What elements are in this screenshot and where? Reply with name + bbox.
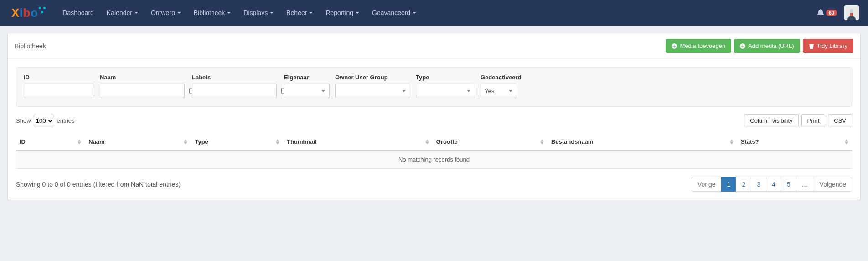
nav-item-ontwerp[interactable]: Ontwerp	[145, 0, 187, 26]
page-2[interactable]: 2	[736, 177, 751, 192]
filter-retired-label: Gedeactiveerd	[480, 74, 517, 81]
filter-bar: ID Naam Labels	[16, 67, 852, 107]
column-header[interactable]: Stats?	[737, 134, 852, 150]
page-3[interactable]: 3	[751, 177, 766, 192]
library-table: IDNaamTypeThumbnailGrootteBestandsnaamSt…	[16, 134, 852, 169]
sort-icon	[425, 139, 429, 144]
column-header[interactable]: ID	[16, 134, 85, 150]
filter-ownergroup-select[interactable]	[335, 84, 410, 98]
column-header-label: Stats?	[741, 138, 759, 145]
add-media-label: Media toevoegen	[680, 42, 725, 49]
csv-button[interactable]: CSV	[828, 114, 852, 127]
column-header-label: Naam	[88, 138, 104, 145]
page-title: Bibliotheek	[15, 42, 46, 50]
bell-icon	[817, 9, 824, 16]
page-4[interactable]: 4	[766, 177, 781, 192]
trash-icon	[809, 43, 814, 49]
caret-down-icon	[413, 12, 416, 14]
filter-type-select[interactable]	[416, 84, 475, 98]
column-header-label: ID	[20, 138, 26, 145]
filter-owner-select[interactable]	[284, 84, 330, 98]
library-panel: Bibliotheek Media toevoegen Add media (U…	[7, 33, 861, 200]
column-header-label: Grootte	[436, 138, 458, 145]
pagination: Vorige12345…Volgende	[692, 177, 852, 192]
colvis-button[interactable]: Column visibility	[744, 114, 798, 127]
logo[interactable]: Xibo	[11, 6, 47, 20]
column-header[interactable]: Naam	[85, 134, 191, 150]
add-media-button[interactable]: Media toevoegen	[666, 39, 731, 53]
caret-down-icon	[134, 12, 138, 14]
tidy-library-label: Tidy Library	[817, 42, 847, 49]
filter-name-input[interactable]	[100, 84, 185, 98]
tidy-library-button[interactable]: Tidy Library	[803, 39, 853, 53]
sort-icon	[845, 139, 848, 144]
filter-name-label: Naam	[100, 74, 186, 81]
notifications-button[interactable]: 60	[817, 9, 837, 16]
notification-count: 60	[826, 10, 837, 16]
plus-circle-icon	[672, 43, 677, 49]
caret-down-icon	[270, 12, 274, 14]
column-header[interactable]: Bestandsnaam	[548, 134, 737, 150]
page-1[interactable]: 1	[721, 177, 737, 192]
nav-item-dashboard[interactable]: Dashboard	[56, 0, 100, 26]
length-control: Show 100 entries	[16, 115, 75, 127]
nav-item-beheer[interactable]: Beheer	[280, 0, 319, 26]
sort-icon	[540, 139, 544, 144]
table-empty-message: No matching records found	[16, 150, 852, 169]
length-prefix: Show	[16, 117, 31, 124]
table-empty-row: No matching records found	[16, 150, 852, 169]
column-header[interactable]: Grootte	[433, 134, 548, 150]
navbar-nav: DashboardKalenderOntwerpBibliotheekDispl…	[56, 0, 423, 26]
print-button[interactable]: Print	[801, 114, 826, 127]
filter-id-input[interactable]	[24, 84, 94, 98]
filter-owner-label: Eigenaar	[284, 74, 330, 81]
nav-item-bibliotheek[interactable]: Bibliotheek	[187, 0, 238, 26]
caret-down-icon	[309, 12, 313, 14]
sort-icon	[730, 139, 734, 144]
length-select[interactable]: 100	[34, 115, 54, 127]
navbar: Xibo DashboardKalenderOntwerpBibliotheek…	[0, 0, 868, 26]
sort-icon	[184, 139, 187, 144]
add-media-url-button[interactable]: Add media (URL)	[734, 39, 800, 53]
caret-down-icon	[227, 12, 231, 14]
page-5[interactable]: 5	[781, 177, 796, 192]
nav-item-reporting[interactable]: Reporting	[319, 0, 366, 26]
filter-labels-input[interactable]	[192, 84, 277, 98]
add-media-url-label: Add media (URL)	[748, 42, 794, 49]
sort-icon	[78, 139, 81, 144]
filter-retired-select[interactable]	[480, 84, 517, 98]
column-header[interactable]: Type	[191, 134, 283, 150]
svg-rect-1	[850, 13, 853, 16]
page-…[interactable]: …	[796, 177, 814, 192]
column-header-label: Thumbnail	[287, 138, 317, 145]
filter-ownergroup-label: Owner User Group	[335, 74, 410, 81]
page-next[interactable]: Volgende	[814, 177, 852, 192]
page-prev[interactable]: Vorige	[692, 177, 722, 192]
filter-labels-label: Labels	[192, 74, 279, 81]
filter-type-label: Type	[416, 74, 475, 81]
caret-down-icon	[356, 12, 359, 14]
nav-item-kalender[interactable]: Kalender	[100, 0, 145, 26]
column-header-label: Bestandsnaam	[551, 138, 593, 145]
nav-item-displays[interactable]: Displays	[237, 0, 280, 26]
user-avatar[interactable]	[844, 5, 859, 20]
length-suffix: entries	[57, 117, 75, 124]
svg-point-0	[849, 9, 853, 13]
column-header-label: Type	[195, 138, 208, 145]
column-header[interactable]: Thumbnail	[283, 134, 433, 150]
plus-circle-icon	[740, 43, 745, 49]
nav-item-geavanceerd[interactable]: Geavanceerd	[366, 0, 423, 26]
sort-icon	[276, 139, 279, 144]
filter-id-label: ID	[24, 74, 94, 81]
caret-down-icon	[177, 12, 181, 14]
table-info: Showing 0 to 0 of 0 entries (filtered fr…	[16, 181, 181, 188]
